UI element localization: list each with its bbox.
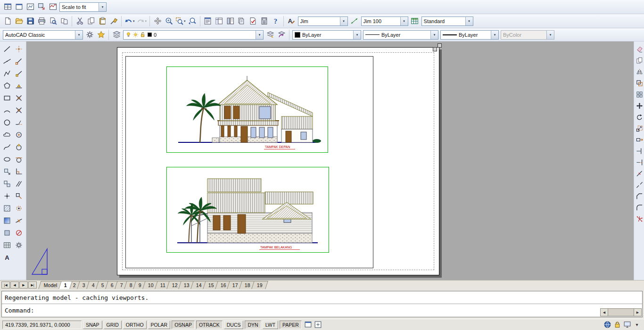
single-viewport-icon[interactable] — [13, 1, 25, 13]
next-tab-button[interactable]: ▶ — [19, 281, 28, 289]
layer-on-bulb-icon[interactable] — [125, 32, 132, 38]
text-style-select[interactable]: Jim ▾ — [298, 16, 348, 26]
dim-style-select[interactable]: Jim 100 ▾ — [361, 16, 408, 26]
dropdown-caret-icon[interactable]: ▾ — [184, 19, 186, 23]
convert-object-to-viewport-icon[interactable] — [36, 1, 47, 13]
ellipse-icon[interactable] — [1, 154, 13, 165]
status-toggle-paper[interactable]: PAPER — [280, 321, 302, 329]
scale-icon[interactable] — [635, 123, 644, 133]
workspace-settings-icon[interactable] — [84, 29, 95, 41]
dropdown-arrow-icon[interactable]: ▾ — [340, 17, 347, 25]
snap-to-center-icon[interactable] — [13, 129, 25, 140]
dropdown-arrow-icon[interactable]: ▾ — [75, 31, 83, 39]
scroll-right-icon[interactable]: ▶ — [634, 308, 642, 316]
help-icon[interactable] — [270, 16, 281, 27]
snap-to-perpendicular-icon[interactable] — [13, 166, 25, 177]
construction-line-icon[interactable] — [1, 56, 13, 67]
snap-to-quadrant-icon[interactable] — [13, 141, 25, 153]
make-block-icon[interactable] — [1, 178, 13, 190]
coordinate-display[interactable]: 419.7339, 291.9371, 0.0000 — [2, 321, 82, 329]
trim-icon[interactable] — [635, 146, 644, 156]
revision-cloud-icon[interactable] — [1, 129, 13, 140]
command-input-line[interactable]: Command: — [2, 304, 642, 316]
viewport-grip[interactable] — [433, 43, 443, 53]
insert-block-icon[interactable] — [1, 166, 13, 177]
status-toggle-dyn[interactable]: DYN — [245, 321, 261, 329]
explode-icon[interactable] — [635, 214, 644, 224]
point-icon[interactable] — [1, 190, 13, 202]
command-scrollbar[interactable]: ◀ ▶ — [600, 308, 642, 316]
status-toggle-polar[interactable]: POLAR — [148, 321, 171, 329]
first-tab-button[interactable]: |◀ — [1, 281, 10, 289]
undo-icon[interactable]: ▾ — [124, 16, 136, 27]
clean-screen-icon[interactable] — [622, 320, 632, 330]
status-toggle-grid[interactable]: GRID — [104, 321, 122, 329]
communication-center-icon[interactable] — [603, 320, 612, 330]
match-properties-icon[interactable] — [108, 16, 119, 27]
chamfer-icon[interactable] — [635, 191, 644, 201]
make-object-layer-current-icon[interactable] — [264, 29, 276, 41]
display-viewports-dialog-icon[interactable] — [2, 1, 13, 13]
scrollbar-track[interactable] — [608, 308, 634, 316]
copy-to-clipboard-icon[interactable] — [85, 16, 97, 27]
dropdown-arrow-icon[interactable]: ▾ — [256, 31, 263, 39]
polyline-icon[interactable] — [1, 68, 13, 79]
snap-to-endpoint-icon[interactable] — [13, 68, 25, 79]
dim-style-icon[interactable] — [349, 16, 360, 27]
prev-tab-button[interactable]: ◀ — [10, 281, 19, 289]
tab-layout-1[interactable]: 1 — [58, 281, 72, 289]
workspace-select[interactable]: AutoCAD Classic ▾ — [3, 30, 83, 40]
table-icon[interactable] — [1, 239, 13, 251]
linetype-select[interactable]: ByLayer ▾ — [363, 30, 438, 40]
qnew-icon[interactable] — [2, 16, 13, 27]
model-paper-toggle-icon[interactable] — [303, 320, 313, 330]
dropdown-arrow-icon[interactable]: ▾ — [99, 3, 106, 11]
status-toggle-osnap[interactable]: OSNAP — [172, 321, 195, 329]
erase-icon[interactable] — [635, 44, 644, 54]
my-workspace-icon[interactable] — [95, 29, 107, 41]
text-style-icon[interactable] — [286, 16, 297, 27]
drawing-canvas[interactable]: TAMPAK DEPAN — [26, 41, 634, 280]
properties-palette-icon[interactable] — [202, 16, 214, 27]
open-icon[interactable] — [13, 16, 25, 27]
designcenter-icon[interactable] — [214, 16, 225, 27]
stretch-icon[interactable] — [635, 134, 644, 145]
viewport-front-elevation[interactable]: TAMPAK DEPAN — [166, 66, 328, 153]
rectangle-icon[interactable] — [1, 92, 13, 104]
pan-realtime-icon[interactable] — [152, 16, 163, 27]
polygonal-viewport-icon[interactable] — [25, 1, 36, 13]
move-icon[interactable] — [635, 100, 644, 111]
temporary-track-point-icon[interactable] — [13, 43, 25, 55]
status-toggle-snap[interactable]: SNAP — [83, 321, 102, 329]
last-tab-button[interactable]: ▶| — [28, 281, 37, 289]
redo-icon[interactable]: ▾ — [136, 16, 148, 27]
cut-icon[interactable] — [74, 16, 85, 27]
zoom-previous-icon[interactable] — [187, 16, 198, 27]
layer-freeze-sun-icon[interactable] — [132, 32, 139, 38]
color-select[interactable]: ByLayer ▾ — [292, 30, 361, 40]
lineweight-select[interactable]: ByLayer ▾ — [440, 30, 499, 40]
table-style-select[interactable]: Standard ▾ — [421, 16, 473, 26]
rotate-icon[interactable] — [635, 112, 644, 122]
toolbar-lock-icon[interactable] — [612, 320, 622, 330]
dropdown-caret-icon[interactable]: ▾ — [133, 19, 135, 23]
sheet-set-manager-icon[interactable] — [236, 16, 248, 27]
snap-to-intersection-icon[interactable] — [13, 92, 25, 104]
snap-from-icon[interactable] — [13, 56, 25, 67]
clip-existing-viewport-icon[interactable] — [47, 1, 58, 13]
hatch-icon[interactable] — [1, 203, 13, 214]
grip-square[interactable] — [438, 43, 442, 48]
snap-to-insert-icon[interactable] — [13, 190, 25, 202]
paste-icon[interactable] — [97, 16, 108, 27]
command-text-area[interactable]: Regenerating model - caching viewports. … — [1, 291, 643, 317]
status-bar-menu-icon[interactable]: ▾ — [632, 320, 642, 330]
status-toggle-ortho[interactable]: ORTHO — [123, 321, 147, 329]
osnap-settings-icon[interactable] — [13, 239, 25, 251]
snap-to-tangent-icon[interactable] — [13, 154, 25, 165]
status-toggle-ducs[interactable]: DUCS — [224, 321, 244, 329]
dropdown-arrow-icon[interactable]: ▾ — [465, 17, 473, 25]
arc-icon[interactable] — [1, 105, 13, 116]
mirror-icon[interactable] — [635, 66, 644, 77]
snap-to-midpoint-icon[interactable] — [13, 80, 25, 91]
dropdown-arrow-icon[interactable]: ▾ — [400, 17, 408, 25]
